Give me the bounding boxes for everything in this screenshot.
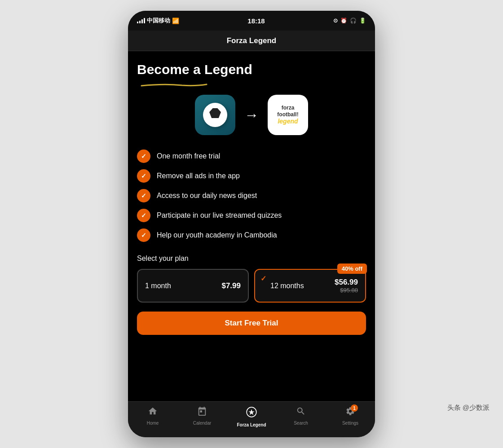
alarm-icon: ⏰ (340, 18, 347, 24)
carrier: 中国移动 (147, 17, 170, 25)
tab-calendar-label: Calendar (193, 421, 212, 426)
check-icon: ✓ (137, 228, 150, 242)
subscribe-button[interactable]: Start Free Trial (137, 312, 366, 335)
check-icon: ✓ (137, 149, 150, 163)
arrow-icon: → (244, 107, 259, 123)
screen-record-icon: ⊙ (333, 18, 338, 24)
features-list: ✓ One month free trial ✓ Remove all ads … (137, 149, 366, 242)
soccer-ball-icon (203, 103, 227, 127)
settings-badge: 1 (351, 404, 358, 412)
tab-search-label: Search (294, 421, 308, 426)
status-bar: 中国移动 📶 18:18 ⊙ ⏰ 🎧 🔋 (128, 11, 375, 31)
plan-12months[interactable]: 40% off 12 months $56.99 $95.88 (254, 269, 366, 303)
tab-settings[interactable]: 1 Settings (326, 406, 375, 426)
nav-title: Forza Legend (227, 36, 277, 45)
tab-settings-label: Settings (342, 421, 358, 426)
check-icon: ✓ (137, 169, 150, 183)
feature-text: Help our youth academy in Cambodia (157, 231, 277, 239)
tab-bar: Home Calendar Forza Legend (128, 401, 375, 437)
check-icon: ✓ (137, 189, 150, 202)
feature-item: ✓ Remove all ads in the app (137, 169, 366, 183)
plans-row: 1 month $7.99 40% off 12 months $56.99 $… (137, 269, 366, 303)
feature-item: ✓ Access to our daily news digest (137, 189, 366, 202)
plan-12months-original-price: $95.88 (340, 287, 358, 294)
status-right: ⊙ ⏰ 🎧 🔋 (333, 18, 366, 24)
settings-wrapper: 1 (345, 406, 355, 419)
watermark: 头条 @少数派 (447, 404, 490, 412)
icons-row: → forza football! legend (137, 95, 366, 135)
underline-accent (137, 80, 209, 82)
headline-text: Become a Legend (137, 62, 252, 77)
legend-label-football: football! (277, 111, 298, 118)
nav-bar: Forza Legend (128, 31, 375, 51)
feature-text: One month free trial (157, 152, 220, 160)
plan-label: Select your plan (137, 255, 366, 263)
plan-12months-price: $56.99 (335, 278, 358, 287)
battery-icon: 🔋 (359, 18, 366, 24)
calendar-icon (197, 406, 207, 419)
main-content: Become a Legend → forza football! legend (128, 51, 375, 406)
headline: Become a Legend (137, 62, 366, 77)
plan-1month-duration: 1 month (145, 282, 171, 290)
legend-app-icon: forza football! legend (268, 95, 308, 135)
plan-12months-duration: 12 months (262, 282, 304, 290)
headphones-icon: 🎧 (350, 18, 357, 24)
signal-bars (137, 18, 145, 23)
status-left: 中国移动 📶 (137, 17, 179, 25)
phone-frame: 中国移动 📶 18:18 ⊙ ⏰ 🎧 🔋 Forza Legend Become… (128, 11, 375, 437)
forza-legend-icon (246, 406, 257, 421)
legend-label-legend: legend (277, 118, 298, 125)
check-icon: ✓ (137, 209, 150, 222)
plan-1month-price: $7.99 (221, 281, 241, 290)
plan-1month[interactable]: 1 month $7.99 (137, 269, 249, 303)
feature-text: Access to our daily news digest (157, 192, 257, 200)
feature-item: ✓ Help our youth academy in Cambodia (137, 228, 366, 242)
search-icon (296, 406, 306, 419)
forza-app-icon (195, 95, 235, 135)
plan-12months-price-col: $56.99 $95.88 (335, 278, 358, 294)
home-icon (148, 406, 158, 419)
feature-item: ✓ Participate in our live streamed quizz… (137, 209, 366, 222)
tab-forza-legend[interactable]: Forza Legend (227, 406, 276, 427)
tab-calendar[interactable]: Calendar (177, 406, 227, 426)
tab-search[interactable]: Search (276, 406, 326, 426)
feature-item: ✓ One month free trial (137, 149, 366, 163)
tab-home-label: Home (147, 421, 159, 426)
cta-area: Start Free Trial (137, 312, 366, 335)
legend-label-forza: forza (277, 105, 298, 111)
feature-text: Participate in our live streamed quizzes (157, 211, 282, 220)
discount-badge: 40% off (337, 264, 367, 274)
status-time: 18:18 (247, 17, 265, 25)
tab-home[interactable]: Home (128, 406, 177, 426)
tab-forza-legend-label: Forza Legend (237, 422, 266, 427)
feature-text: Remove all ads in the app (157, 172, 240, 180)
wifi-icon: 📶 (172, 18, 179, 24)
